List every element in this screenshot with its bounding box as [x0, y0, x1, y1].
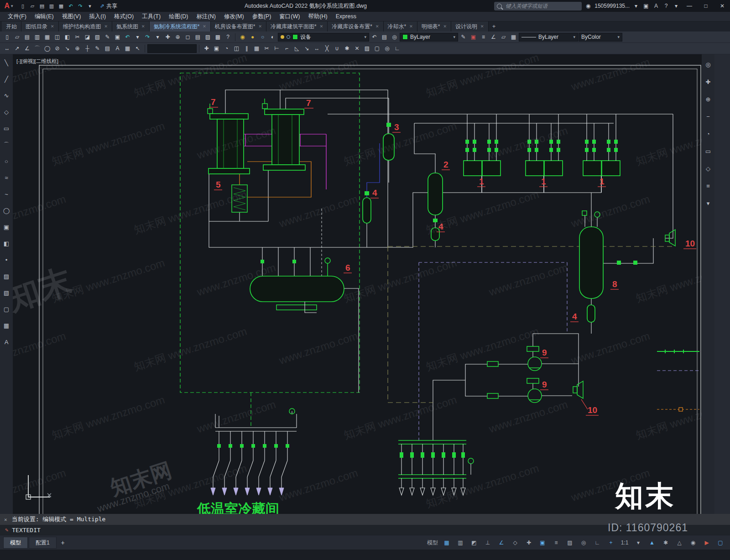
new-layout-button[interactable]: + [57, 539, 68, 546]
insert-block-tool[interactable]: ▣ [1, 222, 11, 232]
pan-hand-icon[interactable]: ✚ [703, 77, 713, 87]
spline-tool[interactable]: ~ [1, 189, 11, 199]
mtext-tool[interactable]: A [1, 337, 11, 347]
group-icon[interactable]: ◎ [382, 44, 392, 53]
tab-close-icon[interactable]: ✕ [480, 24, 484, 29]
dim-aligned-icon[interactable]: ↗ [12, 44, 22, 53]
center-mark-icon[interactable]: ┼ [83, 44, 92, 53]
table-icon[interactable]: ▦ [123, 44, 132, 53]
layer-previous-icon[interactable]: ↶ [370, 32, 379, 42]
circle-tool[interactable]: ○ [1, 157, 11, 167]
isodraft-icon[interactable]: ◇ [509, 538, 521, 548]
undo-icon[interactable]: ↶ [123, 32, 132, 42]
toolbar-input[interactable] [147, 44, 197, 53]
table-tool[interactable]: ▦ [1, 321, 11, 331]
gradient-tool[interactable]: ▧ [1, 288, 11, 298]
snap-icon[interactable]: ▥ [454, 538, 467, 548]
hatch-icon[interactable]: ▨ [362, 44, 372, 53]
saveas-icon[interactable]: ▥ [32, 32, 42, 42]
area-icon[interactable]: ▱ [499, 32, 508, 42]
dim-diameter-icon[interactable]: ⊘ [52, 44, 62, 53]
layout-tab-model[interactable]: 模型 [3, 537, 28, 549]
offset-icon[interactable]: ∥ [242, 44, 251, 53]
ortho-icon[interactable]: ⊥ [481, 538, 494, 548]
lineweight-icon[interactable]: ≡ [550, 538, 563, 548]
menu-format[interactable]: 格式(O) [110, 12, 138, 21]
doc-tab-cold-storage-equipment[interactable]: 冷藏库设备布置*✕ [328, 21, 383, 31]
copy-clip-icon[interactable]: ◪ [83, 32, 92, 42]
rotate-icon[interactable]: ◔ [222, 44, 231, 53]
linetype-combo[interactable]: ByLayer ▾ [519, 33, 578, 42]
polar-tracking-icon[interactable]: ∠ [495, 538, 508, 548]
dim-arc-icon[interactable]: ⌒ [32, 44, 42, 53]
annotation-scale-label[interactable]: 1:1 [618, 538, 631, 548]
qat-caret-icon[interactable]: ▾ [85, 1, 94, 10]
redo-icon[interactable]: ↷ [143, 32, 152, 42]
erase-icon[interactable]: ✕ [352, 44, 362, 53]
tab-close-icon[interactable]: ✕ [375, 24, 379, 29]
move-icon[interactable]: ✚ [202, 44, 211, 53]
graphics-performance-icon[interactable]: ▶ [700, 538, 713, 548]
vessel-8[interactable] [579, 211, 637, 298]
tab-close-icon[interactable]: ✕ [320, 24, 323, 29]
vessel-6[interactable] [250, 258, 344, 313]
workspace-gear-icon[interactable]: ✱ [659, 538, 672, 548]
preview-icon[interactable]: ◫ [52, 32, 62, 42]
tolerance-icon[interactable]: ⊕ [73, 44, 82, 53]
line-tool[interactable]: ╱ [1, 74, 11, 84]
dim-edit-icon[interactable]: ✎ [93, 44, 102, 53]
tool-palettes-icon[interactable]: ▩ [213, 32, 223, 42]
autodesk-apps-icon[interactable]: A [652, 3, 660, 9]
extend-icon[interactable]: ⊢ [272, 44, 282, 53]
block-editor-icon[interactable]: ▣ [113, 32, 122, 42]
scale-icon[interactable]: ↘ [302, 44, 312, 53]
color-picker-icon[interactable]: ▣ [469, 32, 478, 42]
measure-angle-icon[interactable]: ∠ [489, 32, 498, 42]
alarm-horn-10b[interactable] [573, 381, 583, 398]
tab-close-icon[interactable]: ✕ [104, 24, 108, 29]
menu-insert[interactable]: 插入(I) [85, 12, 110, 21]
close-command-icon[interactable]: ✕ [4, 517, 7, 523]
rectangle-tool[interactable]: ▭ [1, 124, 11, 134]
paper-model-toggle[interactable]: 模型 [426, 538, 439, 548]
qat-undo-icon[interactable]: ↶ [66, 1, 75, 10]
account-name[interactable]: 1505999135... [594, 3, 630, 9]
cut-icon[interactable]: ✂ [73, 32, 82, 42]
properties-icon[interactable]: ▤ [193, 32, 203, 42]
doc-tab-sheet-index[interactable]: 图纸目录✕ [21, 21, 59, 31]
zoom-realtime-icon[interactable]: ⊕ [173, 32, 182, 42]
dim-angular-icon[interactable]: ∠ [22, 44, 32, 53]
tab-close-icon[interactable]: ✕ [443, 24, 447, 29]
array-icon[interactable]: ▦ [252, 44, 261, 53]
paste-icon[interactable]: ▧ [93, 32, 102, 42]
drawing-canvas[interactable]: [-][俯视][二维线框] [13, 54, 702, 514]
plotstyle-combo[interactable]: ByColor ▾ [579, 33, 622, 42]
manifold-left[interactable] [211, 408, 297, 495]
dim-radius-icon[interactable]: ◯ [42, 44, 52, 53]
leader-icon[interactable]: ↘ [63, 44, 72, 53]
layer-on-icon[interactable]: ● [248, 32, 257, 42]
menu-file[interactable]: 文件(F) [4, 12, 31, 21]
trim-icon[interactable]: ✂ [262, 44, 271, 53]
matchprop-icon[interactable]: ✎ [103, 32, 112, 42]
search-box[interactable] [494, 2, 582, 10]
annotation-visibility-icon[interactable]: ▲ [646, 538, 658, 548]
doc-tab-flow-diagram[interactable]: 氨制冷系统流程图*✕ [150, 21, 211, 31]
doc-tab-machine-room[interactable]: 机房设备布置图*✕ [211, 21, 266, 31]
object-color-combo[interactable]: ByLayer ▾ [400, 33, 458, 42]
ucs-icon[interactable]: ∟ [392, 44, 402, 53]
tab-close-icon[interactable]: ✕ [141, 24, 145, 29]
osnap-tracking-icon[interactable]: ✚ [522, 538, 535, 548]
layer-freeze-icon[interactable]: ○ [258, 32, 267, 42]
minimize-button[interactable]: — [683, 0, 696, 12]
ellipse-tool[interactable]: ◯ [1, 206, 11, 216]
qat-redo-icon[interactable]: ↷ [76, 1, 85, 10]
nav-wheel-icon[interactable]: ◎ [703, 60, 713, 70]
selection-cycling-icon[interactable]: ◎ [577, 538, 590, 548]
menu-express[interactable]: Express [332, 12, 360, 21]
new-icon[interactable]: ▯ [2, 32, 12, 42]
alarm-horn-10a[interactable] [665, 230, 675, 246]
doc-tab-ammonia-system[interactable]: 氨系统图✕ [112, 21, 150, 31]
save-icon[interactable]: ▤ [22, 32, 32, 42]
qat-plot-icon[interactable]: ▦ [57, 1, 66, 10]
